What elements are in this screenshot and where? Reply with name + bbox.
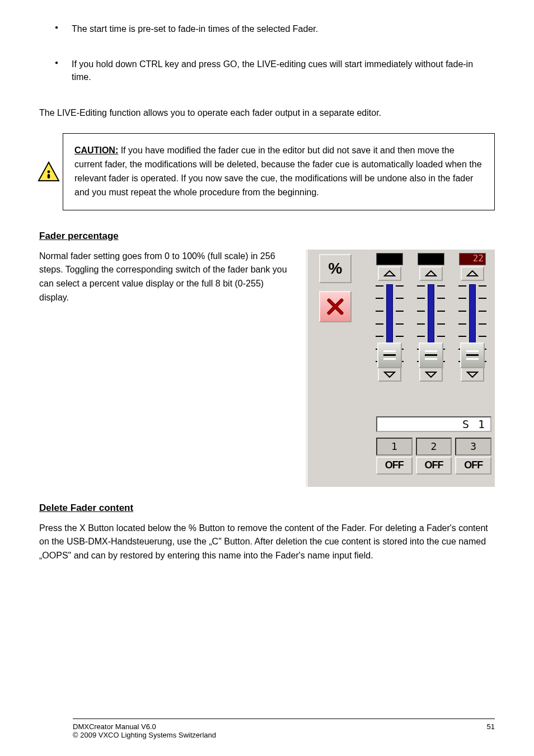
fader-3-up-button[interactable] [461,266,484,281]
footer-product: DMXCreator Manual V6.0 [73,722,156,731]
fader-3-slider[interactable] [458,282,486,366]
fader-3-down-button[interactable] [461,367,484,382]
svg-marker-6 [426,372,436,377]
fader-1-value [376,253,403,265]
percent-label: % [329,261,343,276]
page-footer: DMXCreator Manual V6.0 51 © 2009 VXCO Li… [73,719,495,739]
percent-toggle-button[interactable]: % [319,254,352,283]
fader-panel: % [306,250,495,487]
fader-off-3[interactable]: OFF [455,457,491,475]
caution-block: CAUTION: If you have modified the fader … [39,133,495,210]
section1-body: Normal fader setting goes from 0 to 100%… [39,250,293,305]
bullet-2: If you hold down CTRL key and press GO, … [55,58,495,83]
svg-marker-7 [467,271,477,276]
svg-marker-4 [385,372,395,377]
fader-1-slider[interactable] [376,282,404,366]
page-number: 51 [487,722,495,731]
svg-rect-2 [48,174,50,179]
fader-column-1 [371,253,409,383]
fader-3-value: 22 [459,253,486,265]
caution-body: If you have modified the fader cue in th… [74,145,482,196]
svg-point-1 [48,171,50,173]
caution-title: CAUTION: [74,145,118,155]
fader-column-3: 22 [453,253,491,383]
fader-2-up-button[interactable] [419,266,443,281]
section2-heading: Delete Fader content [39,503,495,514]
warning-icon [36,161,62,183]
intro-paragraph: The LIVE-Editing function allows you to … [39,106,495,120]
fader-column-2 [412,253,450,383]
footer-company: © 2009 VXCO Lighting Systems Switzerland [73,731,495,739]
delete-fader-button[interactable] [319,291,352,322]
fader-off-1[interactable]: OFF [376,457,413,475]
svg-marker-3 [385,271,395,276]
fader-1-up-button[interactable] [378,266,401,281]
caution-box: CAUTION: If you have modified the fader … [63,133,495,210]
fader-off-2[interactable]: OFF [416,457,452,475]
fader-2-knob[interactable] [419,342,443,368]
intro-bullets: The start time is pre-set to fade-in tim… [55,22,495,84]
fader-index-1[interactable]: 1 [376,438,413,456]
section2-body: Press the X Button located below the % B… [39,522,495,563]
fader-1-knob[interactable] [377,342,402,368]
fader-index-2[interactable]: 2 [416,438,452,456]
fader-2-slider[interactable] [417,282,445,366]
fader-2-value [418,253,444,265]
fader-index-3[interactable]: 3 [455,438,491,456]
svg-marker-8 [467,372,477,377]
bullet-1: The start time is pre-set to fade-in tim… [55,22,495,35]
fader-1-down-button[interactable] [378,367,401,382]
section1-heading: Fader percentage [39,231,495,242]
fader-select-field[interactable]: S 1 [376,416,491,432]
fader-2-down-button[interactable] [419,367,443,382]
svg-marker-5 [426,271,436,276]
fader-3-knob[interactable] [460,342,485,368]
